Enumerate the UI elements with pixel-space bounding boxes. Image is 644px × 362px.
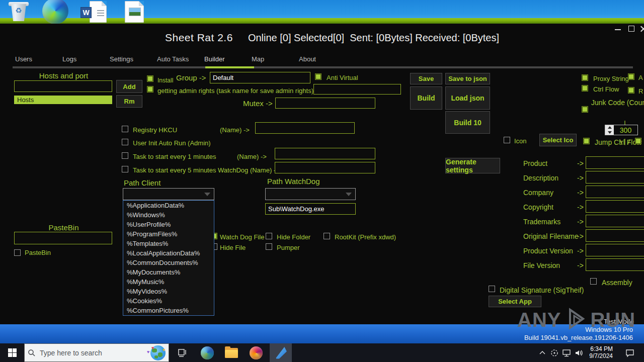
path-option[interactable]: %UserProfile% [123,220,214,229]
tab-settings[interactable]: Settings [107,55,154,66]
registry-name-input[interactable] [255,122,355,134]
pastebin-input[interactable] [14,232,112,244]
version-field-input-product[interactable] [586,156,644,169]
build-button[interactable]: Build [410,86,442,110]
save-button[interactable]: Save [410,73,442,84]
recycle-bin-icon[interactable]: ♻ [7,0,30,23]
path-option[interactable]: %CommonPictures% [123,306,214,315]
hide-folder-checkbox[interactable] [266,233,272,239]
tab-about[interactable]: About [296,55,344,66]
tray-expand-button[interactable] [536,343,548,362]
task-view-button[interactable] [171,343,193,362]
mutex-input[interactable] [275,98,375,109]
path-option[interactable]: %MyMusic% [123,277,214,287]
install-checkbox[interactable] [147,75,153,82]
proxy-string-checkbox[interactable] [582,74,588,81]
admin-rights-input[interactable] [313,84,401,95]
build-10-button[interactable]: Build 10 [445,111,490,134]
stepper-down-icon[interactable] [605,130,614,135]
version-field-input-trademarks[interactable] [586,215,644,227]
path-client-combobox[interactable] [123,188,214,200]
rootkit-checkbox[interactable] [324,233,330,239]
assembly-checkbox[interactable] [590,278,597,285]
junk-code-label: Junk Code (Count J [591,99,644,107]
path-option[interactable]: %MyDocuments% [123,267,214,277]
edge-taskbar-button[interactable] [196,343,218,362]
icon-checkbox[interactable] [504,137,510,143]
version-field-row: Description-> [523,171,644,184]
group-input[interactable] [210,72,310,83]
arrow-label: -> [577,174,584,182]
junk-count-value[interactable]: 300 [614,125,638,135]
ctrl-flow-checkbox[interactable] [582,85,588,92]
version-field-input-original-filename[interactable] [586,229,644,242]
path-option[interactable]: %MyVideos% [123,287,214,296]
watchdog-exe-input[interactable] [265,203,356,215]
search-input[interactable] [40,349,150,357]
word-document-icon[interactable]: W [85,1,108,23]
taskbar-search[interactable]: ♥ ♥ ♥ ♥ [24,343,169,362]
tab-builder[interactable]: Builder [202,55,249,66]
cutoff-a-checkbox[interactable] [628,73,634,80]
firefox-button[interactable] [245,343,267,362]
tab-auto-tasks[interactable]: Auto Tasks [154,55,202,66]
path-watchdog-combobox[interactable] [265,188,356,200]
load-json-button[interactable]: Load json [445,86,490,110]
path-option[interactable]: %Windows% [123,210,214,220]
stepper-up-icon[interactable] [605,125,614,130]
path-option[interactable]: %ApplicationData% [123,201,214,210]
path-option[interactable]: %CommonDocuments% [123,258,214,267]
jump-ctrl-flow-checkbox-left[interactable] [583,138,590,144]
registry-hkcu-checkbox[interactable] [122,126,128,132]
select-ico-button[interactable]: Select Ico [539,134,577,146]
network-tray-button[interactable] [560,343,574,362]
pastebin-checkbox[interactable] [14,249,21,256]
digital-signature-checkbox[interactable] [489,286,495,292]
version-field-input-product-version[interactable] [586,244,644,256]
path-option[interactable]: %Cookies% [123,296,214,306]
action-center-button[interactable] [620,343,640,362]
edge-desktop-icon[interactable] [41,0,69,23]
task-5min-name-input[interactable] [275,162,375,173]
path-option[interactable]: %Templates% [123,239,214,248]
tab-logs[interactable]: Logs [60,55,107,66]
minimize-button[interactable] [615,29,621,30]
version-field-input-description[interactable] [586,171,644,184]
path-option[interactable]: %LocalApplicationData% [123,248,214,258]
tab-map[interactable]: Map [249,55,296,66]
arrow-label: -> [577,247,584,255]
path-option[interactable]: %ProgramFiles% [123,229,214,239]
junk-code-checkbox[interactable] [582,106,588,113]
user-init-checkbox[interactable] [122,139,128,145]
task-1min-checkbox[interactable] [122,152,128,159]
host-input[interactable] [14,80,112,92]
screen-capture-tray-button[interactable] [548,343,560,362]
file-explorer-button[interactable] [220,343,243,362]
version-field-input-company[interactable] [586,186,644,198]
taskbar-clock[interactable]: 6:34 PM 9/7/2024 [584,345,613,359]
sheet-rat-taskbar-button[interactable] [270,343,292,362]
select-app-button[interactable]: Select App [489,296,541,307]
version-field-input-file-version[interactable] [586,258,644,271]
cutoff-r-checkbox[interactable] [628,87,634,94]
image-document-icon[interactable] [123,1,146,23]
word-page-icon [90,1,107,23]
tab-users[interactable]: Users [13,55,60,66]
junk-count-stepper[interactable] [605,125,614,135]
admin-rights-checkbox[interactable] [147,86,153,93]
generate-settings-button[interactable]: Generate settings [445,158,500,173]
assembly-label: Assembly [602,279,632,287]
add-host-button[interactable]: Add [116,80,142,93]
anti-virtual-checkbox[interactable] [315,73,321,80]
remove-host-button[interactable]: Rm [116,95,142,108]
version-field-input-copyright[interactable] [586,200,644,213]
close-button[interactable] [640,25,644,32]
maximize-button[interactable] [628,26,634,32]
hide-file-label: Hide File [220,244,246,251]
pumper-checkbox[interactable] [266,243,272,250]
start-button[interactable] [0,343,24,362]
save-to-json-button[interactable]: Save to json [445,73,490,84]
task-1min-name-input[interactable] [275,148,375,159]
jump-ctrl-flow-checkbox-right[interactable] [635,138,641,144]
task-5min-checkbox[interactable] [122,166,128,172]
